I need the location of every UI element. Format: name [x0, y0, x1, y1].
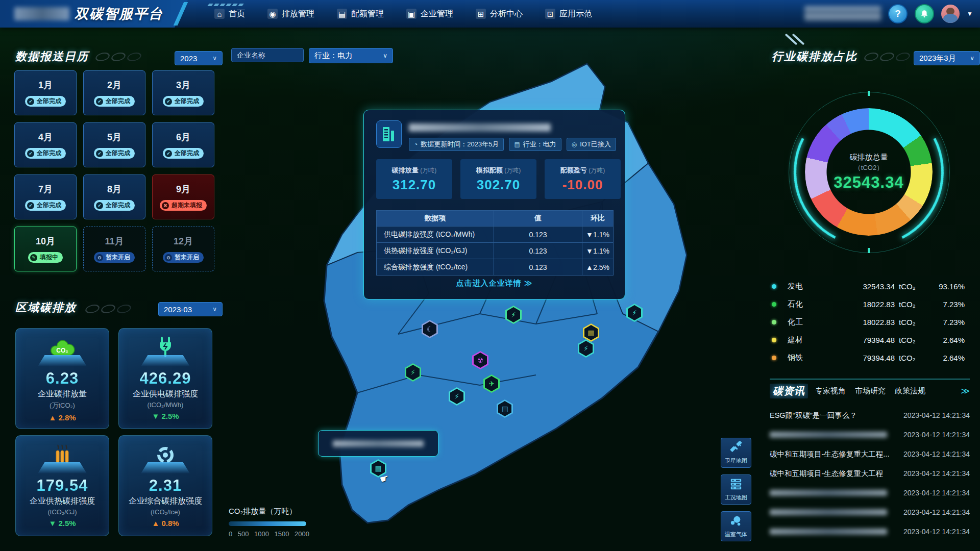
- region-stat-card[interactable]: 426.29 企业供电碳排强度 (tCO₂/MWh) ▼ 2.5%: [118, 328, 212, 429]
- news-item[interactable]: 2023-04-12 14:21:34: [770, 425, 970, 444]
- industry-icon: ▤: [514, 141, 520, 148]
- news-more-button[interactable]: ≫: [961, 386, 970, 396]
- analysis-icon: ⊞: [476, 9, 486, 19]
- donut-center-label: 碳排放总量: [850, 153, 888, 162]
- layer-button-卫星地图[interactable]: 卫星地图: [721, 438, 751, 468]
- news-title-redacted: [770, 509, 887, 515]
- stat-value: 179.54: [37, 477, 88, 495]
- news-item[interactable]: ESG跟“双碳”是一回事么？2023-04-12 14:21:34: [770, 406, 970, 425]
- layer-button-温室气体[interactable]: 温室气体: [721, 511, 751, 541]
- svg-text:CO₂: CO₂: [56, 347, 68, 354]
- region-stat-card[interactable]: CO₂ 6.23 企业碳排放量 (万tCO₂) ▲ 2.8%: [15, 328, 109, 429]
- nav-item-配额管理[interactable]: ▤配额管理: [337, 9, 384, 19]
- layer-button-工况地图[interactable]: 工况地图: [721, 474, 751, 505]
- month-status-badge: ⊖暂未开启: [94, 252, 135, 263]
- month-card-3月[interactable]: 3月 ✔全部完成: [152, 70, 214, 115]
- month-card-7月[interactable]: 7月 ✔全部完成: [14, 174, 77, 219]
- news-item[interactable]: 2023-04-12 14:21:34: [770, 503, 970, 522]
- notifications-button[interactable]: [915, 4, 934, 23]
- month-card-6月[interactable]: 6月 ✔全部完成: [152, 122, 214, 167]
- legend-tick: 1000: [254, 530, 269, 538]
- heater-icon: [52, 443, 72, 465]
- map-legend-ticks: 0500100015002000: [229, 530, 309, 538]
- title-ornament: [865, 53, 910, 61]
- news-item-title[interactable]: ESG跟“双碳”是一回事么？: [770, 411, 893, 420]
- month-status-badge: ✔全部完成: [25, 200, 66, 211]
- user-avatar[interactable]: [941, 5, 960, 23]
- month-label: 5月: [107, 131, 121, 143]
- brand: 双碳智服平台: [0, 0, 188, 28]
- news-item[interactable]: 2023-04-12 14:21:34: [770, 483, 970, 503]
- month-card-1月[interactable]: 1月 ✔全部完成: [14, 70, 77, 115]
- month-card-4月[interactable]: 4月 ✔全部完成: [14, 122, 77, 167]
- popup-stat-value: 302.70: [477, 177, 521, 193]
- news-item[interactable]: 碳中和五期项目-生态修复重大工程...2023-04-12 14:21:34: [770, 444, 970, 464]
- stat-delta: ▲ 2.8%: [48, 413, 76, 422]
- company-tag: ◔数据更新时间：2023年5月: [409, 138, 504, 151]
- power-icon: ⚡: [410, 368, 415, 377]
- industry-period-select[interactable]: 2023年3月∨: [914, 51, 980, 65]
- radiation-icon: ☢: [477, 356, 484, 364]
- month-status-badge: ✎填报中: [28, 252, 63, 263]
- plane-icon: ✈: [488, 380, 495, 388]
- industry-legend-row: 钢铁 79394.48 tCO₂ 2.64%: [772, 349, 965, 367]
- calendar-year-select[interactable]: 2023∨: [175, 51, 223, 65]
- news-tab-专家视角[interactable]: 专家视角: [815, 386, 846, 396]
- status-pending-icon: ⊖: [165, 254, 172, 261]
- month-status-badge: ✔全部完成: [94, 148, 135, 159]
- month-label: 2月: [107, 79, 121, 91]
- month-status-badge: ✔全部完成: [94, 96, 135, 107]
- stat-label: 企业碳排放量: [38, 389, 87, 399]
- month-card-9月[interactable]: 9月 ✖超期未填报: [152, 174, 214, 219]
- news-item-time: 2023-04-12 14:21:34: [903, 489, 970, 497]
- news-item-time: 2023-04-12 14:21:34: [903, 411, 970, 419]
- news-item-title[interactable]: 碳中和五期项目-生态修复重大工程...: [770, 449, 893, 459]
- month-card-2月[interactable]: 2月 ✔全部完成: [83, 70, 145, 115]
- news-tab-政策法规[interactable]: 政策法规: [895, 386, 925, 396]
- news-item-time: 2023-04-12 14:21:34: [903, 431, 970, 439]
- power-plug-icon: [155, 336, 176, 358]
- nav-item-企业管理[interactable]: ▣企业管理: [406, 9, 453, 19]
- month-card-12月[interactable]: 12月 ⊖暂未开启: [152, 227, 214, 271]
- region-header: 区域碳排放: [15, 300, 131, 315]
- region-period-value: 2023-03: [164, 305, 192, 314]
- stat-value: 6.23: [46, 369, 79, 388]
- quota-icon: ▤: [337, 9, 347, 19]
- month-card-5月[interactable]: 5月 ✔全部完成: [83, 122, 145, 167]
- news-title-redacted: [770, 432, 887, 438]
- enterprise-detail-link[interactable]: 点击进入企业详情 ≫: [364, 279, 625, 288]
- help-button[interactable]: ?: [888, 4, 908, 23]
- news-item-title[interactable]: 碳中和五期项目-生态修复重大工程: [770, 469, 893, 479]
- company-search-input[interactable]: [231, 48, 304, 62]
- news-tab-市场研究[interactable]: 市场研究: [855, 386, 886, 396]
- user-info-redacted: [804, 6, 881, 21]
- legend-dot: [772, 302, 776, 307]
- map-color-legend: CO₂排放量（万吨） 0500100015002000: [229, 507, 331, 538]
- nav-right-cluster: ? ▼: [804, 0, 973, 28]
- industry-donut-chart: 碳排放总量 （tCO2） 32543.34: [789, 92, 949, 252]
- brand-logo-redacted: [14, 7, 69, 20]
- nav-item-排放管理[interactable]: ◉排放管理: [267, 9, 314, 19]
- user-menu-caret-icon[interactable]: ▼: [967, 10, 973, 17]
- table-row: 综合碳排放强度 (tCO₂/tce) 0.123 ▲2.5%: [377, 259, 614, 276]
- region-period-select[interactable]: 2023-03∨: [158, 302, 223, 316]
- status-done-icon: ✔: [27, 98, 34, 105]
- region-stat-card[interactable]: 179.54 企业供热碳排强度 (tCO₂/GJ) ▼ 2.5%: [15, 435, 109, 536]
- news-item[interactable]: 2023-04-12 14:21:34: [770, 522, 970, 541]
- bell-icon: [920, 9, 929, 18]
- nav-item-分析中心[interactable]: ⊞分析中心: [476, 9, 523, 19]
- month-card-8月[interactable]: 8月 ✔全部完成: [83, 174, 145, 219]
- status-overdue-icon: ✖: [162, 202, 169, 209]
- news-item[interactable]: 碳中和五期项目-生态修复重大工程2023-04-12 14:21:34: [770, 464, 970, 483]
- month-label: 12月: [174, 235, 193, 247]
- nav-item-首页[interactable]: ⌂首页: [214, 9, 245, 19]
- month-card-11月[interactable]: 11月 ⊖暂未开启: [83, 227, 145, 271]
- chevron-down-icon: ∨: [970, 55, 974, 62]
- nav-item-应用示范[interactable]: ⊡应用示范: [545, 9, 592, 19]
- legend-tick: 500: [238, 530, 249, 538]
- month-card-10月[interactable]: 10月 ✎填报中: [14, 227, 77, 271]
- legend-tick: 0: [229, 530, 232, 538]
- region-stat-card[interactable]: 2.31 企业综合碳排放强度 (tCO₂/tce) ▲ 0.8%: [118, 435, 212, 536]
- industry-legend-row: 化工 18022.83 tCO₂ 7.23%: [772, 313, 965, 331]
- stat-delta: ▲ 0.8%: [152, 519, 179, 528]
